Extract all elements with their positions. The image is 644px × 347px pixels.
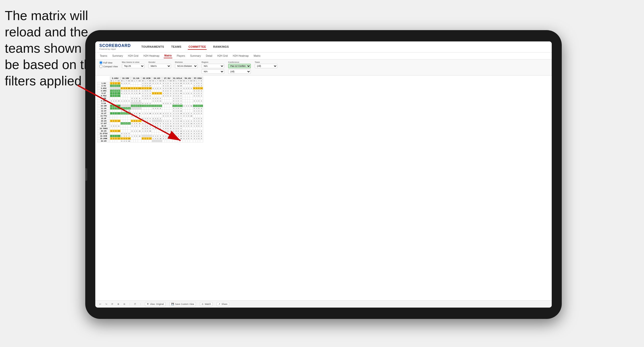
gender-filter: Gender Men's Women's <box>148 61 171 68</box>
row-label-ui: 18. UI <box>98 125 110 127</box>
sub-nav: Teams Summary H2H Grid H2H Heatmap Matri… <box>95 52 552 60</box>
table-row: 11. UA 01010 3400 0100 0100 <box>98 107 203 110</box>
nav-tournaments[interactable]: TOURNAMENTS <box>141 44 165 50</box>
logo-area: SCOREBOARD Powered by clippd <box>99 43 131 50</box>
zoom-out-icon[interactable]: ⊖ <box>123 303 125 305</box>
table-row: 12. UV 00018 01015 0100 <box>98 110 203 112</box>
filter-bar: Full View Compact View Max teams in view… <box>95 60 552 76</box>
team-filter: Team (All) <box>255 61 277 68</box>
col-header-uw: 10. UW <box>120 77 131 80</box>
region-select-2[interactable]: N/A <box>202 69 224 74</box>
table-row: 21. ETSU 0100 01038 0100 0100 <box>98 132 203 135</box>
sub-nav-detail[interactable]: Detail <box>205 54 213 58</box>
sub-nav-players[interactable]: Players <box>176 54 186 58</box>
app-content: SCOREBOARD Powered by clippd TOURNAMENTS… <box>95 41 552 308</box>
row-label-au: 1. AU <box>98 82 110 85</box>
region-select[interactable]: N/A South North <box>202 64 224 68</box>
row-label-ua: 9. UA <box>98 102 110 105</box>
sub-nav-matrix2[interactable]: Matrix <box>253 54 261 58</box>
clock-icon[interactable]: ⏱ <box>134 303 136 305</box>
tablet-screen: SCOREBOARD Powered by clippd TOURNAMENTS… <box>95 41 552 308</box>
row-label-uw: 10. UW <box>98 105 110 107</box>
view-options-group: Full View Compact View <box>99 61 118 68</box>
sub-nav-summary2[interactable]: Summary <box>190 54 201 58</box>
view-original-btn[interactable]: 👁 View: Original <box>145 302 166 306</box>
col-header-uu: 54. UU <box>183 77 193 80</box>
side-button[interactable] <box>85 168 87 181</box>
view-icon: 👁 <box>147 303 149 305</box>
sub-nav-h2h-grid1[interactable]: H2H Grid <box>127 54 139 58</box>
row-label-asu: 3. ASU <box>98 87 110 90</box>
matrix-area[interactable]: 3. ASU 10. UW 11. UA 22. UCB 24. UO 27. … <box>95 76 552 300</box>
row-label-fsu: 6. FSU <box>98 95 110 97</box>
conference-label: Conference <box>228 61 251 63</box>
max-teams-label: Max teams in view <box>122 61 144 63</box>
conference-select-2[interactable]: (All) <box>228 69 251 74</box>
compact-view-option[interactable]: Compact View <box>99 65 118 68</box>
table-row: 3. ASU 04080 050120 02048 0100 00052 010… <box>98 87 203 90</box>
table-row: 8. UAF 01014 1200 01015 11011 0100 <box>98 100 203 102</box>
app-logo-sub: Powered by clippd <box>99 48 131 50</box>
division-filter: Division NCAA Division I NCAA Division I… <box>175 61 198 68</box>
save-custom-btn[interactable]: 💾 Save Custom View <box>170 302 196 306</box>
share-icon: ↗ <box>218 303 220 305</box>
col-header-asu: 3. ASU <box>110 77 121 80</box>
zoom-icon[interactable]: ⊕ <box>117 303 119 305</box>
division-select[interactable]: NCAA Division I NCAA Division II <box>175 64 198 68</box>
table-row: 4. UNC 10038 0100 0100 1000 0200 10029 <box>98 90 203 92</box>
toolbar: ↩ ↪ ⟳ ⊕ ⊖ | ⏱ | 👁 View: Original 💾 Save … <box>95 300 552 308</box>
table-row: 1. AU 12023 0100 20027 0100 0100 50025 0… <box>98 82 203 85</box>
table-row: 17. GIT 10011 11011 0100 1000 0100 0100 … <box>98 122 203 125</box>
nav-teams[interactable]: TEAMS <box>171 44 182 50</box>
row-label-uo: 16. UO <box>98 120 110 122</box>
row-label-ug: 20. UG <box>98 130 110 132</box>
conference-select[interactable]: Pac-12 Conference (All) <box>228 64 251 68</box>
row-label-um: 7. UM <box>98 97 110 100</box>
full-view-option[interactable]: Full View <box>99 61 118 64</box>
table-row: 16. UO 210-14 1201 1100 2100 11013 1100 <box>98 120 203 122</box>
sub-nav-summary1[interactable]: Summary <box>112 54 123 58</box>
share-btn[interactable]: ↗ Share <box>217 302 229 306</box>
sub-nav-h2h-grid2[interactable]: H2H Grid <box>217 54 228 58</box>
team-select[interactable]: (All) <box>255 64 277 68</box>
table-row: 22. UCB 1300 14012 0103 03044 20344 0100 <box>98 135 203 137</box>
undo-icon[interactable]: ↩ <box>99 303 101 305</box>
gender-label: Gender <box>148 61 171 63</box>
table-row: 6. FSU 0100 0100 0100 0102 <box>98 95 203 97</box>
app-header: SCOREBOARD Powered by clippd TOURNAMENTS… <box>95 41 552 52</box>
table-row: 7. UM 0100 1000 0200 0100 <box>98 97 203 100</box>
redo-icon[interactable]: ↪ <box>105 303 107 305</box>
table-row: 20. UG 010-38 01023 10040 01013 10013 01… <box>98 130 203 132</box>
row-label-uaf: 8. UAF <box>98 100 110 102</box>
row-label-ut: 5. UT <box>98 92 110 95</box>
main-content: 3. ASU 10. UW 11. UA 22. UCB 24. UO 27. … <box>95 76 552 308</box>
table-row: 2. VU 12012 20027 0100 01025 0100 <box>98 85 203 87</box>
nav-committee[interactable]: COMMITTEE <box>188 44 207 50</box>
matrix-container: 3. ASU 10. UW 11. UA 22. UCB 24. UO 27. … <box>95 76 552 143</box>
row-label-ut2: 13. UT <box>98 112 110 115</box>
matrix-table: 3. ASU 10. UW 11. UA 22. UCB 24. UO 27. … <box>97 77 203 142</box>
sub-nav-h2h-heatmap2[interactable]: H2H Heatmap <box>232 54 249 58</box>
table-row: 14. TTU 0200 0100 0100 01029 <box>98 115 203 117</box>
team-label: Team <box>255 61 277 63</box>
refresh-icon[interactable]: ⟳ <box>111 303 113 305</box>
nav-rankings[interactable]: RANKINGS <box>213 44 229 50</box>
max-teams-select[interactable]: Top 25 Top 10 Top 50 <box>122 64 144 68</box>
table-row: 23. UNM 200-21 20025 0010 10010 0100 010… <box>98 137 203 140</box>
sub-nav-h2h-heatmap1[interactable]: H2H Heatmap <box>143 54 160 58</box>
watch-btn[interactable]: ⊙ Watch <box>200 302 213 306</box>
tablet-frame: SCOREBOARD Powered by clippd TOURNAMENTS… <box>85 30 562 319</box>
view-original-label: View: Original <box>150 303 164 305</box>
gender-select[interactable]: Men's Women's <box>148 64 171 68</box>
table-row: 19. TAMU 0100 1000 1000 0100 <box>98 127 203 130</box>
col-header-osu: 57. OSU <box>193 77 203 80</box>
sub-nav-matrix1[interactable]: Matrix <box>164 53 172 58</box>
sub-nav-teams[interactable]: Teams <box>99 54 108 58</box>
conference-filter: Conference Pac-12 Conference (All) (All) <box>228 61 251 74</box>
table-row: 9. UA 0100 0200 0100 <box>98 102 203 105</box>
division-label: Division <box>175 61 198 63</box>
watch-icon: ⊙ <box>202 303 204 305</box>
table-row: 18. UI 20011 0100 1000 0100 10013 01013 … <box>98 125 203 127</box>
region-filter: Region N/A South North N/A <box>202 61 224 74</box>
main-nav: TOURNAMENTS TEAMS COMMITTEE RANKINGS <box>141 44 229 50</box>
